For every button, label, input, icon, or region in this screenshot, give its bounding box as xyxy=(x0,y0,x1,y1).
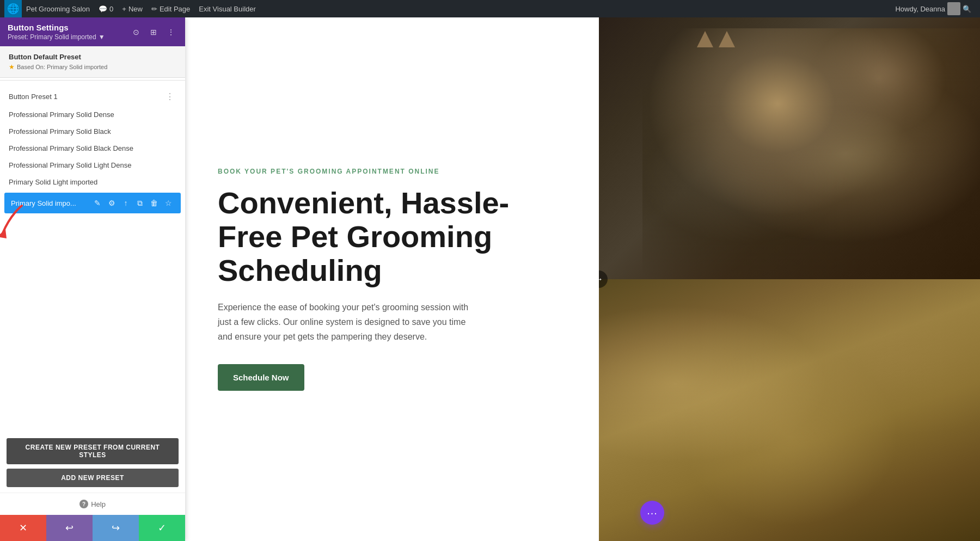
star-icon: ★ xyxy=(9,63,15,71)
hero-description: Experience the ease of booking your pet'… xyxy=(218,300,479,345)
admin-bar-user: Howdy, Deanna 🔍 xyxy=(891,2,976,15)
preset-item[interactable]: Button Preset 1 ⋮ xyxy=(0,87,185,106)
target-icon[interactable]: ⊙ xyxy=(130,26,143,39)
wp-logo-icon: 🌐 xyxy=(7,3,19,15)
check-icon: ✓ xyxy=(158,522,166,534)
howdy-text: Howdy, Deanna xyxy=(895,5,945,13)
preset-item[interactable]: Professional Primary Solid Light Dense xyxy=(0,157,185,174)
page-content: BOOK YOUR PET'S GROOMING APPOINTMENT ONL… xyxy=(185,17,980,541)
redo-button[interactable]: ↪ xyxy=(93,515,139,541)
preset-item-label: Professional Primary Solid Black Dense xyxy=(9,144,133,152)
svg-marker-0 xyxy=(0,229,7,238)
admin-bar: 🌐 Pet Grooming Salon 💬 0 + New ✏ Edit Pa… xyxy=(0,0,980,17)
default-preset-title: Button Default Preset xyxy=(9,53,176,61)
help-label: Help xyxy=(91,500,106,508)
preset-item-label: Professional Primary Solid Light Dense xyxy=(9,161,131,169)
create-preset-button[interactable]: CREATE NEW PRESET FROM CURRENT STYLES xyxy=(7,438,179,464)
panel-header-icons: ⊙ ⊞ ⋮ xyxy=(130,26,177,39)
preset-item-active[interactable]: Primary Solid impo... ✎ ⚙ ↑ ⧉ 🗑 ☆ xyxy=(4,193,181,213)
help-link[interactable]: ? Help xyxy=(9,500,176,508)
exit-builder-label: Exit Visual Builder xyxy=(199,5,256,13)
search-icon[interactable]: 🔍 xyxy=(963,5,971,13)
active-preset-label: Primary Solid impo... xyxy=(11,199,76,207)
edit-page-label: Edit Page xyxy=(160,5,190,13)
redo-icon: ↪ xyxy=(112,522,120,534)
left-panel: Button Settings Preset: Primary Solid im… xyxy=(0,17,185,541)
panel-header: Button Settings Preset: Primary Solid im… xyxy=(0,17,185,46)
check-button[interactable]: ✓ xyxy=(139,515,185,541)
panel-header-left: Button Settings Preset: Primary Solid im… xyxy=(8,23,105,41)
close-button[interactable]: ✕ xyxy=(0,515,46,541)
star-preset-icon[interactable]: ☆ xyxy=(162,197,174,209)
chevron-down-icon: ▼ xyxy=(99,33,105,41)
undo-icon: ↩ xyxy=(65,522,74,534)
avatar xyxy=(947,2,960,15)
help-section: ? Help xyxy=(0,493,185,515)
admin-bar-edit[interactable]: ✏ Edit Page xyxy=(147,0,194,17)
wp-logo[interactable]: 🌐 xyxy=(4,0,22,17)
hero-title: Convenient, Hassle-Free Pet Grooming Sch… xyxy=(218,186,566,287)
grid-icon[interactable]: ⊞ xyxy=(147,26,160,39)
new-label: New xyxy=(128,5,143,13)
preset-item[interactable]: Professional Primary Solid Black Dense xyxy=(0,140,185,157)
help-icon: ? xyxy=(79,500,88,508)
panel-title: Button Settings xyxy=(8,23,105,32)
close-icon: ✕ xyxy=(19,522,27,534)
fab-icon: ··· xyxy=(647,507,658,519)
delete-preset-icon[interactable]: 🗑 xyxy=(148,197,160,209)
preset-item-label: Primary Solid Light imported xyxy=(9,178,97,186)
site-name: Pet Grooming Salon xyxy=(26,5,90,13)
preset-item-label: Professional Primary Solid Dense xyxy=(9,110,114,119)
comment-icon: 💬 xyxy=(99,5,107,13)
preset-toolbar: ✎ ⚙ ↑ ⧉ 🗑 ☆ xyxy=(91,197,174,209)
preset-item[interactable]: Professional Primary Solid Black xyxy=(0,123,185,140)
undo-button[interactable]: ↩ xyxy=(46,515,93,541)
hero-cta-button[interactable]: Schedule Now xyxy=(218,364,304,391)
preset-item-more-icon[interactable]: ⋮ xyxy=(163,91,176,102)
settings-preset-icon[interactable]: ⚙ xyxy=(106,197,118,209)
preset-item[interactable]: Professional Primary Solid Dense xyxy=(0,106,185,123)
duplicate-preset-icon[interactable]: ⧉ xyxy=(134,197,146,209)
hero-section: BOOK YOUR PET'S GROOMING APPOINTMENT ONL… xyxy=(185,17,980,541)
question-mark: ? xyxy=(82,501,85,507)
preset-item-label: Button Preset 1 xyxy=(9,93,58,101)
admin-bar-site[interactable]: Pet Grooming Salon xyxy=(22,0,94,17)
admin-bar-exit-builder[interactable]: Exit Visual Builder xyxy=(194,0,260,17)
preset-item-label: Professional Primary Solid Black xyxy=(9,127,111,136)
bottom-toolbar: ✕ ↩ ↪ ✓ xyxy=(0,515,185,541)
hero-image-top xyxy=(599,17,980,279)
main-content: Button Settings Preset: Primary Solid im… xyxy=(0,17,980,541)
preset-list: Button Preset 1 ⋮ Professional Primary S… xyxy=(0,83,185,218)
comment-count: 0 xyxy=(109,5,113,13)
preset-container: Button Default Preset ★ Based On: Primar… xyxy=(0,46,185,433)
default-preset-section: Button Default Preset ★ Based On: Primar… xyxy=(0,46,185,78)
action-buttons: CREATE NEW PRESET FROM CURRENT STYLES AD… xyxy=(0,433,185,493)
pencil-icon: ✏ xyxy=(151,5,157,13)
panel-subtitle-text: Preset: Primary Solid imported xyxy=(8,33,96,41)
admin-bar-comments[interactable]: 💬 0 xyxy=(94,0,118,17)
default-preset-sub: ★ Based On: Primary Solid imported xyxy=(9,63,176,71)
preset-item[interactable]: Primary Solid Light imported xyxy=(0,174,185,190)
hero-right: ↔ xyxy=(599,17,980,541)
admin-bar-new[interactable]: + New xyxy=(118,0,147,17)
add-preset-button[interactable]: ADD NEW PRESET xyxy=(7,469,179,487)
edit-preset-icon[interactable]: ✎ xyxy=(91,197,103,209)
export-preset-icon[interactable]: ↑ xyxy=(120,197,132,209)
more-options-icon[interactable]: ⋮ xyxy=(164,26,177,39)
separator xyxy=(0,80,185,81)
plus-icon: + xyxy=(122,5,126,13)
fab-button[interactable]: ··· xyxy=(640,501,664,525)
panel-subtitle[interactable]: Preset: Primary Solid imported ▼ xyxy=(8,33,105,41)
hero-left: BOOK YOUR PET'S GROOMING APPOINTMENT ONL… xyxy=(185,17,599,541)
hero-eyebrow: BOOK YOUR PET'S GROOMING APPOINTMENT ONL… xyxy=(218,168,566,175)
based-on-text: Based On: Primary Solid imported xyxy=(17,64,107,70)
